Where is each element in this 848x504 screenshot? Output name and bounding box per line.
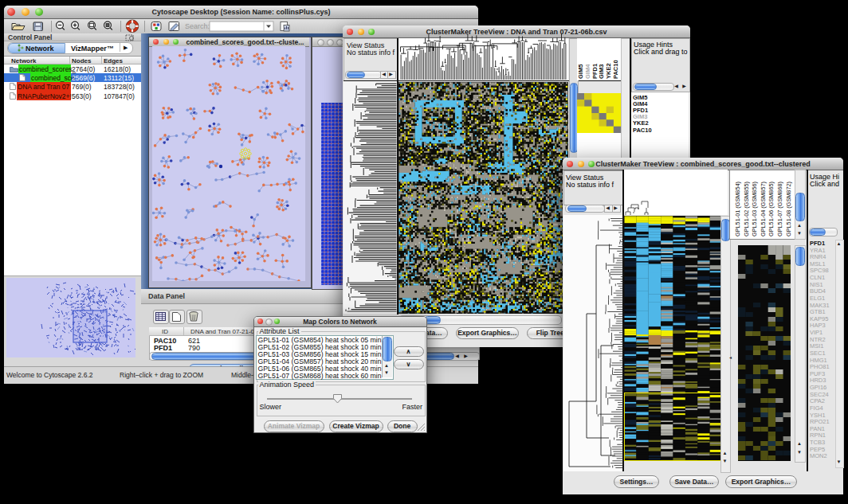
svg-text:GPL51-07 (GSM868): GPL51-07 (GSM868): [776, 182, 783, 236]
svg-text:GIM3: GIM3: [598, 64, 605, 79]
svg-text:Search:: Search:: [185, 22, 210, 30]
svg-text:GPL51-03 (GSM856): GPL51-03 (GSM856): [751, 182, 758, 236]
svg-text:GPL51-01 (GSM854): GPL51-01 (GSM854): [734, 182, 741, 236]
svg-text:PFD1: PFD1: [591, 64, 599, 79]
svg-text:GPL51-04 (GSM857): GPL51-04 (GSM857): [760, 182, 767, 236]
svg-text:YKE2: YKE2: [605, 63, 612, 79]
svg-text:GPL51-06 (GSM865): GPL51-06 (GSM865): [768, 182, 775, 236]
svg-text:GIM4: GIM4: [584, 64, 591, 79]
svg-text:GPL51-02 (GSM855): GPL51-02 (GSM855): [743, 182, 750, 236]
svg-text:GIM5: GIM5: [577, 64, 584, 79]
svg-text:PAC10: PAC10: [612, 60, 619, 79]
svg-text:GPL51-08 (GSM872): GPL51-08 (GSM872): [785, 182, 792, 236]
